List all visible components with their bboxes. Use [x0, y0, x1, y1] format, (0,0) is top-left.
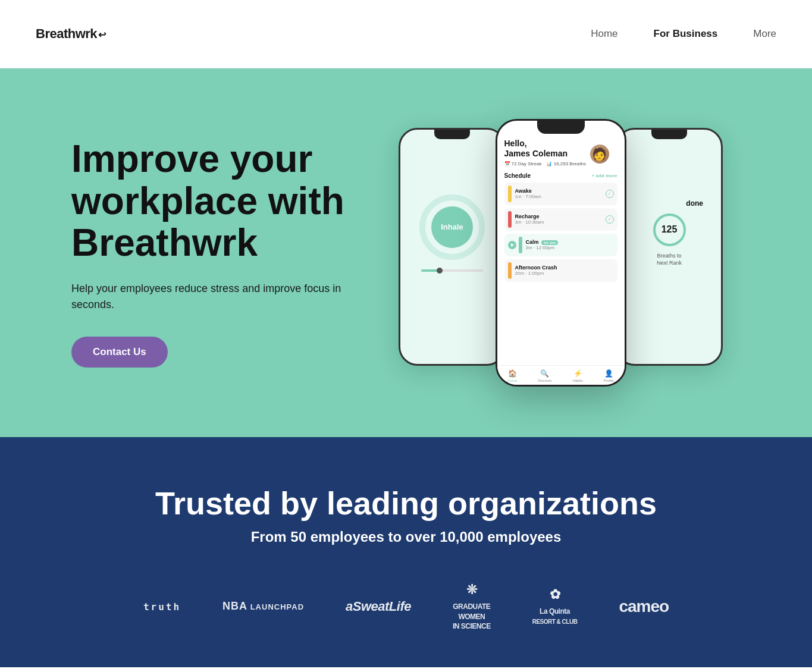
nav-home[interactable]: 🏠 Home [507, 369, 517, 382]
phone-back-left: Inhale [399, 128, 506, 366]
logo-cameo: cameo [619, 597, 669, 616]
discover-icon: 🔍 [541, 369, 549, 378]
dot-red [508, 211, 512, 228]
hero-text: Improve your workplace with Breathwrk He… [71, 138, 381, 367]
home-icon: 🏠 [508, 369, 516, 378]
logos-row: truth NBA LAUNCHPAD aSweatLife ❊ GRADUAT… [71, 581, 741, 632]
check-icon: ✓ [606, 190, 614, 198]
flower-icon: ✿ [532, 586, 578, 604]
dot-teal [519, 237, 522, 253]
schedule-item-afternoon: Afternoon Crash 20m · 1:00pm [504, 259, 617, 282]
streak-stat: 📅 72 Day Streak [504, 161, 542, 167]
trusted-subheading: From 50 employees to over 10,000 employe… [71, 529, 741, 545]
trusted-heading: Trusted by leading organizations [71, 485, 741, 522]
logo[interactable]: Breathwrk↩ [36, 26, 106, 42]
profile-icon: 👤 [604, 369, 613, 378]
logo-truth: truth [143, 600, 181, 613]
phone-notch [537, 121, 585, 134]
logo-asweat: aSweatLife [346, 599, 411, 614]
done-label: done [686, 199, 703, 208]
phone-main: 🧑 Hello,James Coleman 📅 72 Day Streak 📊 … [496, 119, 626, 387]
for-you-badge: for you [541, 240, 558, 245]
navbar: Breathwrk↩ Home For Business More [0, 0, 812, 68]
logo-gwis: ❊ GRADUATEWOMENIN SCIENCE [453, 581, 491, 632]
phone-back-right: done 125 Breaths toNext Rank [616, 128, 723, 366]
dot-yellow [508, 186, 512, 202]
avatar: 🧑 [589, 143, 610, 165]
check-icon-2: ✓ [606, 215, 614, 224]
trusted-section: Trusted by leading organizations From 50… [0, 437, 812, 667]
logo-laquinta: ✿ La QuintaRESORT & CLUB [532, 586, 578, 626]
stat-label: Breaths toNext Rank [657, 252, 682, 267]
phone-bottom-nav: 🏠 Home 🔍 Discover ⚡ Habits 👤 Profile [497, 365, 625, 385]
logo-nba: NBA LAUNCHPAD [222, 600, 304, 613]
play-icon[interactable] [508, 241, 516, 249]
snowflake-icon: ❊ [453, 581, 491, 599]
stat-circle: 125 [653, 213, 686, 246]
schedule-item-recharge: Recharge 3m · 10:30am ✓ [504, 208, 617, 231]
nav-habits[interactable]: ⚡ Habits [573, 369, 583, 382]
nav-profile[interactable]: 👤 Profile [604, 369, 614, 382]
nav-item-for-business[interactable]: For Business [654, 28, 718, 40]
schedule-label: Schedule [504, 172, 531, 179]
dot-orange [508, 262, 512, 279]
contact-us-button[interactable]: Contact Us [71, 337, 168, 368]
hero-subtext: Help your employees reduce stress and im… [71, 281, 381, 313]
schedule-item-awake: Awake 1m · 7:00am ✓ [504, 183, 617, 205]
schedule-header: Schedule + add more [504, 172, 617, 179]
nav-links: Home For Business More [591, 28, 776, 40]
habits-icon: ⚡ [573, 369, 582, 378]
nav-item-home[interactable]: Home [591, 28, 617, 40]
schedule-item-calm: Calm for you 3m · 12:00pm [504, 234, 617, 256]
breaths-stat: 📊 19,293 Breaths [546, 161, 585, 167]
add-more-label[interactable]: + add more [592, 173, 617, 178]
phone-mockups: Inhale 🧑 Hello,James Coleman [381, 104, 741, 401]
hero-headline: Improve your workplace with Breathwrk [71, 138, 381, 263]
nav-discover[interactable]: 🔍 Discover [538, 369, 551, 382]
hero-section: Improve your workplace with Breathwrk He… [0, 68, 812, 437]
nav-item-more[interactable]: More [753, 28, 776, 40]
